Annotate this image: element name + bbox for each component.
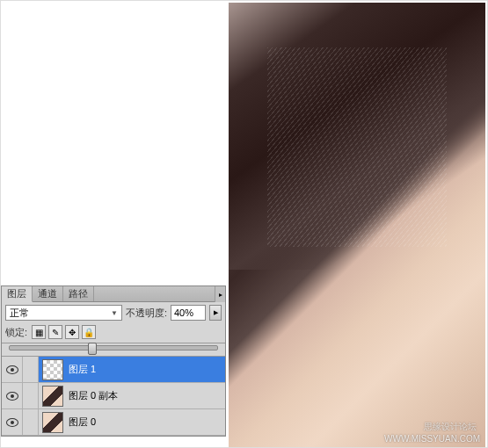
layer-thumbnail [42,412,63,433]
layer-row[interactable]: 图层 0 [2,409,225,436]
tab-channels[interactable]: 通道 [33,286,63,301]
chevron-down-icon: ▼ [111,309,118,317]
opacity-flyout-icon[interactable]: ▶ [209,305,222,321]
eye-icon [6,418,18,427]
opacity-value: 40% [174,307,193,318]
eye-icon [6,392,18,401]
lock-all-icon[interactable]: 🔒 [82,325,96,339]
slider-thumb[interactable] [88,343,97,355]
link-cell[interactable] [23,357,39,382]
canvas-photo: 思缘设计论坛 WWW.MISSYUAN.COM [229,3,485,447]
lock-pixels-icon[interactable]: ✎ [48,325,62,339]
tab-paths[interactable]: 路径 [63,286,94,301]
opacity-label: 不透明度: [126,307,167,320]
opacity-input[interactable]: 40% [171,305,206,321]
layer-name: 图层 1 [69,363,96,376]
opacity-slider[interactable] [9,345,218,350]
lock-transparency-icon[interactable]: ▦ [32,325,46,339]
visibility-toggle[interactable] [2,383,23,408]
eye-icon [6,365,18,374]
link-cell[interactable] [23,383,39,408]
layer-thumbnail [42,359,63,380]
layer-name: 图层 0 副本 [69,389,118,402]
blend-mode-dropdown[interactable]: 正常 ▼ [5,305,122,321]
layer-list: 图层 1 图层 0 副本 图层 0 [2,357,225,436]
watermark-url: WWW.MISSYUAN.COM [384,434,480,444]
lock-label: 锁定: [5,326,27,339]
layer-row[interactable]: 图层 0 副本 [2,383,225,409]
layer-row[interactable]: 图层 1 [2,357,225,383]
panel-menu-icon[interactable]: ▸ [215,286,225,302]
blend-mode-value: 正常 [10,307,29,320]
lock-position-icon[interactable]: ✥ [65,325,79,339]
tab-layers[interactable]: 图层 [2,286,33,302]
watermark-title: 思缘设计论坛 [424,421,477,433]
visibility-toggle[interactable] [2,357,23,382]
layers-panel: 图层 通道 路径 ▸ 正常 ▼ 不透明度: 40% ▶ 锁定: ▦ ✎ ✥ 🔒 [1,285,226,437]
link-cell[interactable] [23,409,39,435]
visibility-toggle[interactable] [2,409,23,435]
hair-highlight [267,47,447,248]
layer-thumbnail [42,386,63,407]
layer-name: 图层 0 [69,415,96,429]
